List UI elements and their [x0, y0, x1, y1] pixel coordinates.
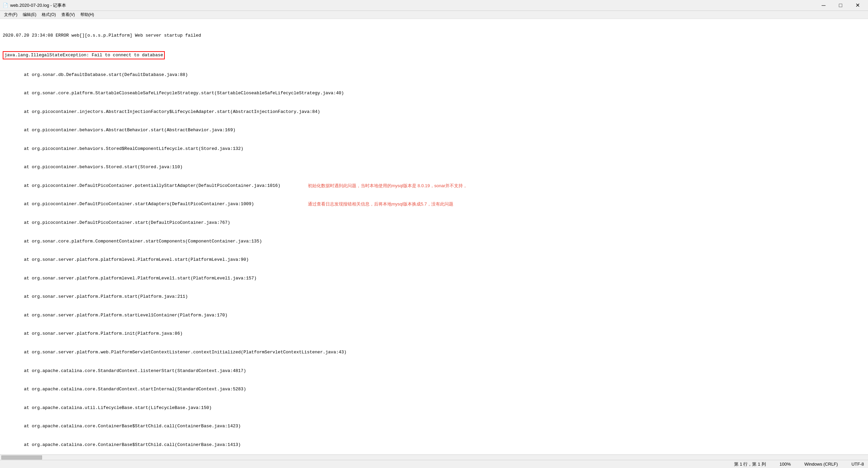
log-line-18: at org.sonar.server.platform.web.Platfor… [3, 349, 865, 355]
horizontal-scrollbar[interactable] [0, 454, 868, 460]
log-line-13: at org.sonar.server.platform.platformlev… [3, 257, 865, 263]
annotation-text-2: 通过查看日志发现报错相关信息，后将本地mysql版本换成5.7，没有此问题 [308, 201, 511, 207]
log-line-6: at org.picocontainer.behaviors.AbstractB… [3, 127, 865, 133]
log-line-23: at org.apache.catalina.core.ContainerBas… [3, 442, 865, 448]
menu-format[interactable]: 格式(O) [39, 11, 58, 18]
log-line-11: at org.picocontainer.DefaultPicoContaine… [3, 220, 865, 226]
log-line-17: at org.sonar.server.platform.Platform.in… [3, 331, 865, 337]
log-content[interactable]: 2020.07.20 23:34:08 ERROR web[][o.s.s.p.… [0, 19, 868, 454]
log-line-4: at org.sonar.core.platform.StartableClos… [3, 90, 865, 96]
scrollbar-thumb[interactable] [1, 455, 42, 460]
log-line-3: at org.sonar.db.DefaultDatabase.start(De… [3, 72, 865, 78]
log-line-9: at org.picocontainer.DefaultPicoContaine… [3, 183, 865, 189]
log-line-5: at org.picocontainer.injectors.AbstractI… [3, 109, 865, 115]
menu-view[interactable]: 查看(V) [59, 11, 78, 18]
zoom-level: 100% [780, 462, 791, 467]
log-line-21: at org.apache.catalina.util.LifecycleBas… [3, 405, 865, 411]
close-button[interactable]: ✕ [850, 0, 865, 11]
content-area: 2020.07.20 23:34:08 ERROR web[][o.s.s.p.… [0, 19, 868, 454]
title-bar: 📄 web.2020-07-20.log - 记事本 ─ □ ✕ [0, 0, 868, 11]
log-line-22: at org.apache.catalina.core.ContainerBas… [3, 423, 865, 429]
error-box-top: java.lang.IllegalStateException: Fail to… [3, 51, 165, 59]
log-line-7: at org.picocontainer.behaviors.Stored$Re… [3, 146, 865, 152]
log-line-10: at org.picocontainer.DefaultPicoContaine… [3, 201, 865, 207]
log-line-1: 2020.07.20 23:34:08 ERROR web[][o.s.s.p.… [3, 33, 865, 39]
line-ending: Windows (CRLF) [804, 462, 838, 467]
maximize-button[interactable]: □ [833, 0, 848, 11]
menu-edit[interactable]: 编辑(E) [20, 11, 39, 18]
menu-help[interactable]: 帮助(H) [78, 11, 97, 18]
title-bar-left: 📄 web.2020-07-20.log - 记事本 [3, 2, 66, 8]
window-title: web.2020-07-20.log - 记事本 [10, 2, 66, 8]
log-line-20: at org.apache.catalina.core.StandardCont… [3, 386, 865, 392]
encoding: UTF-8 [851, 462, 864, 467]
log-line-8: at org.picocontainer.behaviors.Stored.st… [3, 164, 865, 170]
log-line-12: at org.sonar.core.platform.ComponentCont… [3, 238, 865, 245]
menu-bar: 文件(F) 编辑(E) 格式(O) 查看(V) 帮助(H) [0, 11, 868, 19]
minimize-button[interactable]: ─ [816, 0, 831, 11]
notepad-icon: 📄 [3, 3, 8, 8]
title-bar-controls: ─ □ ✕ [816, 0, 865, 11]
cursor-position: 第 1 行，第 1 列 [734, 461, 766, 467]
status-bar: 第 1 行，第 1 列 100% Windows (CRLF) UTF-8 [0, 460, 868, 468]
menu-file[interactable]: 文件(F) [1, 11, 20, 18]
log-line-19: at org.apache.catalina.core.StandardCont… [3, 368, 865, 374]
log-line-14: at org.sonar.server.platform.platformlev… [3, 275, 865, 281]
log-line-2: java.lang.IllegalStateException: Fail to… [3, 51, 865, 59]
log-line-15: at org.sonar.server.platform.Platform.st… [3, 294, 865, 300]
log-line-16: at org.sonar.server.platform.Platform.st… [3, 312, 865, 318]
annotation-text: 初始化数据时遇到此问题，当时本地使用的mysql版本是 8.0.19，sonar… [308, 183, 477, 189]
